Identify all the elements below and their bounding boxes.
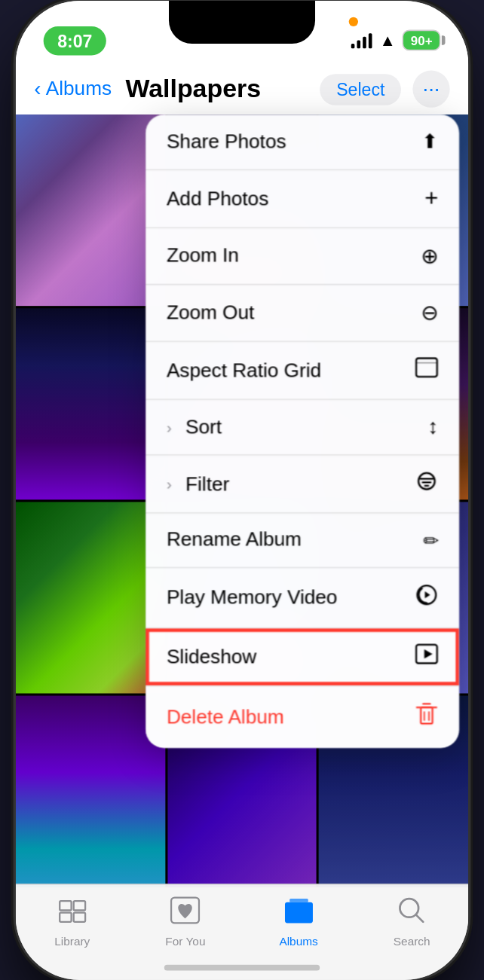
menu-item-zoom-out[interactable]: Zoom Out ⊖	[146, 285, 459, 341]
filter-chevron-icon: ›	[167, 475, 172, 492]
menu-item-label: Play Memory Video	[167, 586, 338, 609]
menu-item-filter[interactable]: › Filter	[146, 455, 459, 513]
search-icon	[397, 896, 427, 931]
svg-rect-20	[289, 899, 308, 902]
orange-dot	[349, 17, 358, 26]
rename-icon: ✏	[423, 529, 438, 551]
menu-item-zoom-in[interactable]: Zoom In ⊕	[146, 227, 459, 284]
menu-item-label: Slideshow	[167, 645, 256, 668]
menu-item-slideshow[interactable]: Slideshow	[146, 628, 459, 686]
add-icon: +	[424, 185, 438, 211]
menu-item-label: Sort	[185, 415, 222, 438]
menu-item-label: Filter	[185, 472, 229, 496]
tab-label: Albums	[279, 934, 317, 947]
svg-marker-8	[424, 649, 433, 658]
menu-overlay[interactable]: Share Photos ⬆ Add Photos + Zoom In ⊕ Zo…	[16, 114, 469, 980]
svg-rect-16	[60, 912, 71, 921]
menu-item-aspect-ratio-grid[interactable]: Aspect Ratio Grid	[146, 341, 459, 399]
zoom-in-icon: ⊕	[421, 243, 438, 268]
slideshow-icon	[415, 643, 438, 670]
albums-icon	[283, 896, 314, 931]
svg-line-22	[416, 914, 423, 921]
menu-item-label: Rename Album	[167, 528, 302, 551]
menu-item-play-memory-video[interactable]: Play Memory Video	[146, 568, 459, 628]
context-menu: Share Photos ⬆ Add Photos + Zoom In ⊕ Zo…	[146, 114, 459, 748]
wifi-icon: ▲	[379, 31, 395, 50]
svg-rect-15	[73, 901, 84, 910]
more-button[interactable]: ···	[412, 70, 449, 107]
page-title: Wallpapers	[126, 74, 311, 104]
status-icons: ▲ 90+	[351, 29, 440, 50]
menu-item-label: Add Photos	[167, 187, 268, 210]
menu-item-rename-album[interactable]: Rename Album ✏	[146, 513, 459, 567]
memory-video-icon	[415, 583, 438, 612]
for-you-icon	[170, 896, 201, 931]
library-icon	[57, 896, 87, 931]
menu-item-label: Delete Album	[167, 705, 284, 728]
nav-actions: Select ···	[320, 70, 450, 107]
svg-rect-14	[60, 901, 71, 910]
select-button[interactable]: Select	[320, 73, 401, 105]
sort-icon: ↕	[427, 414, 438, 438]
tab-label: Search	[394, 934, 430, 947]
svg-rect-9	[421, 707, 432, 723]
home-indicator	[164, 964, 320, 970]
svg-rect-0	[416, 358, 437, 377]
tab-label: For You	[165, 934, 205, 947]
menu-item-label: Zoom Out	[167, 301, 254, 324]
battery-indicator: 90+	[403, 29, 440, 50]
filter-icon	[415, 470, 438, 496]
menu-item-delete-album[interactable]: Delete Album	[146, 686, 459, 748]
tab-label: Library	[54, 934, 90, 947]
notch	[169, 1, 315, 44]
delete-icon	[415, 701, 438, 733]
tab-for-you[interactable]: For You	[129, 896, 242, 948]
status-time: 8:07	[44, 26, 106, 55]
phone-screen: 8:07 ▲ 90+ ‹ Albums Wallpapers Sel	[16, 1, 469, 980]
svg-rect-19	[285, 902, 313, 923]
tab-search[interactable]: Search	[355, 896, 468, 948]
menu-item-label: Aspect Ratio Grid	[167, 359, 321, 382]
sort-chevron-icon: ›	[167, 418, 172, 435]
navigation-bar: ‹ Albums Wallpapers Select ···	[16, 63, 469, 114]
tab-library[interactable]: Library	[16, 896, 129, 948]
status-bar: 8:07 ▲ 90+	[16, 1, 469, 63]
tab-albums[interactable]: Albums	[242, 896, 355, 948]
aspect-ratio-icon	[415, 356, 438, 383]
back-label: Albums	[46, 77, 112, 100]
signal-icon	[351, 32, 372, 48]
phone-frame: 8:07 ▲ 90+ ‹ Albums Wallpapers Sel	[16, 1, 469, 980]
menu-item-share-photos[interactable]: Share Photos ⬆	[146, 114, 459, 170]
menu-item-sort[interactable]: › Sort ↕	[146, 399, 459, 455]
menu-item-label: Share Photos	[167, 130, 286, 153]
svg-rect-17	[73, 912, 84, 921]
back-button[interactable]: ‹ Albums	[34, 76, 112, 100]
menu-item-label: Zoom In	[167, 244, 239, 267]
chevron-left-icon: ‹	[34, 76, 41, 100]
menu-item-add-photos[interactable]: Add Photos +	[146, 169, 459, 227]
zoom-out-icon: ⊖	[421, 300, 438, 325]
share-icon: ⬆	[422, 130, 439, 154]
